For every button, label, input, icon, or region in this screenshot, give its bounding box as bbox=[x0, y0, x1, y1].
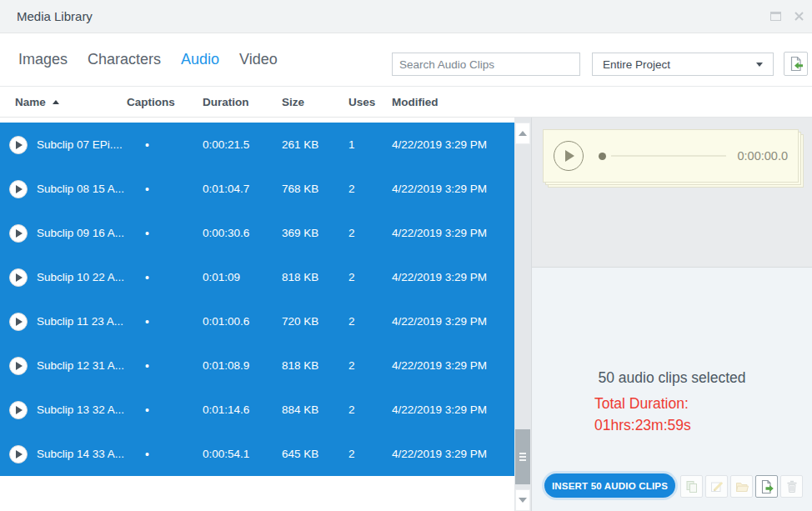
folder-icon bbox=[734, 479, 749, 494]
captions-indicator: • bbox=[145, 388, 149, 432]
tab-bar: Images Characters Audio Video bbox=[18, 33, 278, 86]
clip-name: Subclip 11 23 A... bbox=[37, 299, 123, 343]
play-icon bbox=[16, 185, 23, 193]
clip-duration: 0:00:21.5 bbox=[203, 123, 249, 167]
clip-size: 369 KB bbox=[282, 211, 318, 255]
tab-audio[interactable]: Audio bbox=[181, 51, 219, 68]
clip-duration: 0:01:14.6 bbox=[203, 388, 249, 432]
clip-name: Subclip 10 22 A... bbox=[37, 255, 124, 299]
captions-indicator: • bbox=[145, 167, 149, 211]
clip-size: 884 KB bbox=[282, 388, 318, 432]
captions-indicator: • bbox=[145, 299, 149, 343]
total-duration-label: Total Duration: bbox=[594, 393, 691, 414]
selection-summary: 50 audio clips selected bbox=[532, 369, 812, 387]
arrow-down-icon bbox=[519, 498, 527, 503]
clip-duration: 0:01:00.6 bbox=[203, 299, 249, 343]
column-header-modified[interactable]: Modified bbox=[392, 87, 439, 117]
preview-panel: 0:00:00.0 50 audio clips selected Total … bbox=[532, 118, 812, 511]
scroll-thumb[interactable] bbox=[515, 429, 530, 484]
maximize-button[interactable] bbox=[769, 8, 782, 23]
tab-video[interactable]: Video bbox=[239, 51, 278, 68]
clip-uses: 2 bbox=[348, 432, 355, 476]
edit-button[interactable] bbox=[705, 475, 728, 498]
captions-indicator: • bbox=[145, 343, 149, 388]
row-play-button[interactable] bbox=[9, 401, 28, 419]
clip-size: 720 KB bbox=[282, 299, 318, 343]
row-play-button[interactable] bbox=[9, 357, 28, 375]
play-icon bbox=[565, 150, 574, 162]
scroll-up-button[interactable] bbox=[515, 123, 530, 144]
chevron-down-icon bbox=[756, 63, 763, 67]
sort-ascending-icon bbox=[53, 100, 59, 104]
player-progress-track[interactable] bbox=[611, 155, 726, 157]
project-scope-dropdown[interactable]: Entire Project bbox=[592, 53, 774, 76]
clip-name: Subclip 07 EPi.... bbox=[37, 123, 123, 167]
player-elapsed-time: 0:00:00.0 bbox=[738, 149, 788, 163]
delete-button[interactable] bbox=[780, 475, 803, 498]
export-file-icon bbox=[759, 479, 774, 494]
clip-duration: 0:01:04.7 bbox=[203, 167, 249, 211]
table-row[interactable]: Subclip 08 15 A... • 0:01:04.7 768 KB 2 … bbox=[0, 167, 514, 211]
table-row[interactable]: Subclip 09 16 A... • 0:00:30.6 369 KB 2 … bbox=[0, 211, 514, 255]
open-folder-button[interactable] bbox=[730, 475, 753, 498]
clip-uses: 2 bbox=[348, 255, 355, 299]
table-row[interactable]: Subclip 13 32 A... • 0:01:14.6 884 KB 2 … bbox=[0, 388, 514, 432]
column-header-duration[interactable]: Duration bbox=[203, 87, 249, 117]
column-header-size[interactable]: Size bbox=[282, 87, 304, 117]
player-play-button[interactable] bbox=[554, 141, 584, 171]
clip-modified: 4/22/2019 3:29 PM bbox=[392, 123, 487, 167]
insert-audio-clips-button[interactable]: INSERT 50 AUDIO CLIPS bbox=[544, 473, 675, 498]
play-icon bbox=[16, 229, 23, 238]
toolbar: Images Characters Audio Video Entire Pro… bbox=[0, 33, 812, 87]
tab-images[interactable]: Images bbox=[18, 51, 68, 68]
scroll-down-button[interactable] bbox=[515, 489, 530, 511]
row-play-button[interactable] bbox=[9, 224, 28, 243]
clip-size: 768 KB bbox=[282, 167, 318, 211]
titlebar: Media Library bbox=[0, 0, 812, 33]
column-header-uses[interactable]: Uses bbox=[348, 87, 375, 117]
maximize-icon bbox=[770, 12, 781, 21]
row-play-button[interactable] bbox=[9, 180, 28, 198]
total-duration: Total Duration: 01hrs:23m:59s bbox=[594, 393, 691, 436]
play-icon bbox=[16, 406, 23, 414]
export-button[interactable] bbox=[755, 475, 778, 498]
captions-indicator: • bbox=[145, 123, 149, 167]
close-button[interactable] bbox=[792, 8, 805, 23]
table-row[interactable]: Subclip 11 23 A... • 0:01:00.6 720 KB 2 … bbox=[0, 299, 514, 343]
clip-name: Subclip 13 32 A... bbox=[37, 388, 124, 432]
row-play-button[interactable] bbox=[9, 445, 28, 463]
table-row[interactable]: Subclip 14 33 A... • 0:00:54.1 645 KB 2 … bbox=[0, 432, 514, 476]
table-scrollbar[interactable] bbox=[514, 118, 531, 511]
tab-characters[interactable]: Characters bbox=[88, 51, 161, 68]
player-section: 0:00:00.0 bbox=[532, 118, 812, 268]
row-list: Subclip 07 EPi.... • 0:00:21.5 261 KB 1 … bbox=[0, 118, 514, 476]
total-duration-value: 01hrs:23m:59s bbox=[594, 414, 691, 436]
clip-name: Subclip 14 33 A... bbox=[37, 432, 124, 476]
table-row[interactable]: Subclip 12 31 A... • 0:01:08.9 818 KB 2 … bbox=[0, 343, 514, 388]
table-row[interactable]: Subclip 07 EPi.... • 0:00:21.5 261 KB 1 … bbox=[0, 123, 514, 167]
row-play-button[interactable] bbox=[9, 313, 28, 331]
row-play-button[interactable] bbox=[9, 136, 28, 154]
column-header-captions[interactable]: Captions bbox=[127, 87, 175, 117]
selection-section: 50 audio clips selected Total Duration: … bbox=[532, 268, 812, 511]
table-header: Name Captions Duration Size Uses Modifie… bbox=[0, 87, 812, 118]
player-progress-dot[interactable] bbox=[599, 153, 606, 160]
captions-indicator: • bbox=[145, 211, 149, 255]
clip-duration: 0:00:54.1 bbox=[203, 432, 249, 476]
arrow-up-icon bbox=[519, 131, 527, 136]
audio-player-card: 0:00:00.0 bbox=[543, 129, 799, 183]
clip-duration: 0:00:30.6 bbox=[203, 211, 249, 255]
clip-name: Subclip 12 31 A... bbox=[37, 343, 124, 388]
close-icon bbox=[794, 11, 804, 22]
clip-uses: 2 bbox=[348, 167, 355, 211]
row-play-button[interactable] bbox=[9, 268, 28, 287]
duplicate-button[interactable] bbox=[680, 475, 703, 498]
captions-indicator: • bbox=[145, 255, 149, 299]
clip-modified: 4/22/2019 3:29 PM bbox=[392, 388, 487, 432]
column-header-name[interactable]: Name bbox=[15, 87, 59, 117]
import-media-button[interactable] bbox=[784, 52, 808, 76]
clip-name: Subclip 09 16 A... bbox=[37, 211, 124, 255]
table-row[interactable]: Subclip 10 22 A... • 0:01:09 818 KB 2 4/… bbox=[0, 255, 514, 299]
search-input[interactable] bbox=[392, 53, 580, 76]
play-icon bbox=[16, 450, 23, 458]
